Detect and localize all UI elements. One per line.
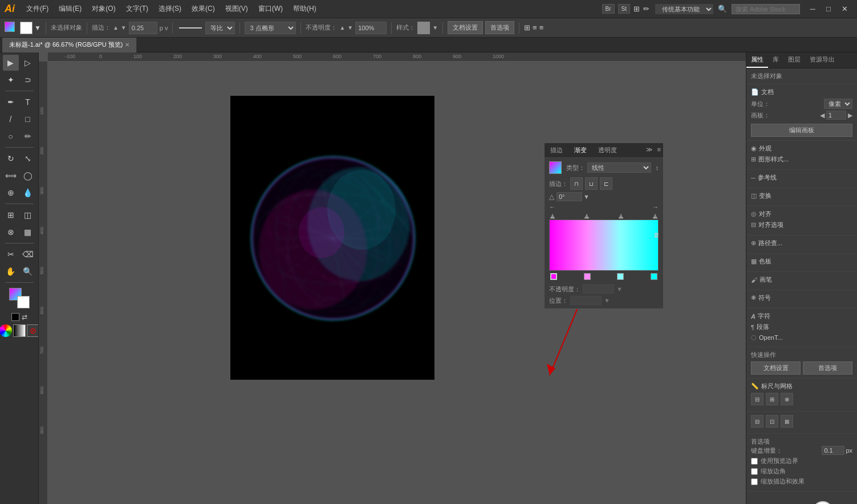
maximize-button[interactable]: □ xyxy=(821,1,836,17)
scale-stroke-checkbox[interactable] xyxy=(751,478,758,485)
lasso-tool[interactable]: ⊃ xyxy=(20,72,36,88)
workspace-selector[interactable]: 传统基本功能 xyxy=(655,4,713,14)
selection-tool[interactable]: ▶ xyxy=(3,55,19,71)
align-options-header[interactable]: ⊟ 对齐选项 xyxy=(751,221,852,229)
minimize-button[interactable]: ─ xyxy=(805,1,821,17)
rect-tool[interactable]: □ xyxy=(20,111,36,127)
grid-icon[interactable]: ⊞ xyxy=(633,5,640,13)
zoom-tool[interactable]: 🔍 xyxy=(20,263,36,279)
color-options-icon[interactable]: ▼ xyxy=(34,24,41,32)
gradient-header[interactable]: ◫ 变换 xyxy=(751,192,852,200)
delete-stop-icon[interactable]: 🗑 xyxy=(653,231,660,238)
library-tab[interactable]: 库 xyxy=(768,52,783,68)
canvas[interactable]: 描边 渐变 透明度 ≫ ≡ 类型： 线性 xyxy=(48,62,746,504)
search-input[interactable] xyxy=(732,4,800,14)
opent-header[interactable]: ◌ OpenT... xyxy=(751,334,852,341)
rotate-tool[interactable]: ↻ xyxy=(3,151,19,166)
stroke-color-swatch[interactable] xyxy=(20,22,33,34)
fill-color-swatch[interactable] xyxy=(3,21,18,35)
gradient-tab[interactable]: 渐变 xyxy=(568,143,592,157)
down-arrow-icon2[interactable]: ▼ xyxy=(347,25,353,31)
stroke-header[interactable]: ─ 参考线 xyxy=(751,173,852,182)
brush-header[interactable]: 🖌 画笔 xyxy=(751,275,852,284)
gradient-mode-icon[interactable] xyxy=(13,324,26,337)
opacity-dropdown[interactable]: ▼ xyxy=(616,286,623,292)
color-stop-3[interactable] xyxy=(617,273,624,280)
menu-edit[interactable]: 编辑(E) xyxy=(54,2,86,16)
close-button[interactable]: ✕ xyxy=(836,1,852,17)
scale-tool[interactable]: ⤡ xyxy=(20,151,36,166)
menu-view[interactable]: 视图(V) xyxy=(221,2,253,16)
color-mode-icon[interactable] xyxy=(0,324,12,337)
char-header[interactable]: A 字符 xyxy=(751,312,852,320)
ellipse-tool[interactable]: ○ xyxy=(3,128,19,144)
pen-tool[interactable]: ✒ xyxy=(3,94,19,110)
gradient-arrow-left[interactable]: ← xyxy=(549,204,555,210)
guide-icon-btn-3[interactable]: ⊠ xyxy=(781,415,793,428)
preferences-button[interactable]: 首选项 xyxy=(485,21,514,34)
export-tab[interactable]: 资源导出 xyxy=(805,52,839,68)
doc-settings-button[interactable]: 文档设置 xyxy=(448,21,483,34)
stroke-swatch[interactable] xyxy=(17,296,30,308)
style-dropdown-icon[interactable]: ▼ xyxy=(432,25,438,31)
none-mode-icon[interactable]: ⊘ xyxy=(27,324,39,337)
appearance-header[interactable]: ◉ 外观 xyxy=(751,144,852,153)
ruler-icon-btn-3[interactable]: ⊗ xyxy=(781,393,793,405)
warp-tool[interactable]: ◯ xyxy=(20,168,36,184)
layers-tab[interactable]: 图层 xyxy=(783,52,805,68)
stroke-type-line[interactable] xyxy=(179,27,202,29)
menu-select[interactable]: 选择(S) xyxy=(154,2,186,16)
canvas-number-input[interactable] xyxy=(826,111,846,120)
point-type-select[interactable]: 3 点椭形 xyxy=(245,22,296,34)
unit-select[interactable]: 像素 xyxy=(824,99,852,109)
color-stop-2[interactable] xyxy=(584,273,591,280)
line-tool[interactable]: / xyxy=(3,111,19,127)
active-tab[interactable]: 未标题-1.ai* @ 66.67% (RGB/GPU 预览) ✕ xyxy=(2,38,137,52)
keyboard-increment-input[interactable] xyxy=(822,446,844,455)
slice-tool[interactable]: ✂ xyxy=(3,246,19,262)
menu-help[interactable]: 帮助(H) xyxy=(289,2,321,16)
up-arrow-icon2[interactable]: ▲ xyxy=(339,25,345,31)
edit-canvas-button[interactable]: 编辑画板 xyxy=(751,124,852,137)
width-tool[interactable]: ⟺ xyxy=(3,168,19,184)
angle-dropdown-icon[interactable]: ▼ xyxy=(583,193,590,200)
text-tool[interactable]: T xyxy=(20,94,36,110)
stroke-width-input[interactable] xyxy=(129,22,157,34)
para-header[interactable]: ¶ 段落 xyxy=(751,323,852,331)
transparency-header[interactable]: ◎ 对齐 xyxy=(751,210,852,218)
graphic-style-header[interactable]: ⊞ 图形样式... xyxy=(751,155,852,164)
gradient-type-select[interactable]: 线性 xyxy=(587,162,651,173)
opacity-input[interactable] xyxy=(355,22,387,34)
style-swatch[interactable] xyxy=(417,22,430,34)
hand-tool[interactable]: ✋ xyxy=(3,263,19,279)
shape-builder-tool[interactable]: ⊗ xyxy=(3,224,19,240)
direct-selection-tool[interactable]: ▷ xyxy=(20,55,36,71)
tab-close-icon[interactable]: ✕ xyxy=(125,42,129,48)
quick-preferences-button[interactable]: 首选项 xyxy=(803,361,852,375)
menu-object[interactable]: 对象(O) xyxy=(87,2,120,16)
menu-type[interactable]: 文字(T) xyxy=(121,2,153,16)
opacity-value-input[interactable] xyxy=(583,284,614,294)
more-icon[interactable]: ≡ xyxy=(539,23,544,32)
up-arrow-icon[interactable]: ▲ xyxy=(113,25,119,31)
panel-options-icon[interactable]: ≡ xyxy=(655,143,663,157)
stroke-tab[interactable]: 描边 xyxy=(545,143,568,157)
stroke-center-icon[interactable]: ⊔ xyxy=(585,177,598,190)
transparency-tab[interactable]: 透明度 xyxy=(592,143,623,157)
pencil-tool[interactable]: ✏ xyxy=(20,128,36,144)
ruler-icon-btn-1[interactable]: ⊟ xyxy=(751,393,763,405)
stop-marker-2[interactable] xyxy=(584,214,589,218)
location-value-input[interactable] xyxy=(570,296,602,305)
gradient-type-swatch[interactable] xyxy=(549,161,562,174)
bridge-icon[interactable]: Br xyxy=(602,4,615,14)
swap-colors-icon[interactable]: ⇄ xyxy=(22,313,27,321)
menu-effect[interactable]: 效果(C) xyxy=(187,2,220,16)
blend-tool[interactable]: ⊕ xyxy=(3,185,19,201)
default-colors-icon[interactable] xyxy=(11,313,19,321)
stop-marker-3[interactable] xyxy=(619,214,623,218)
gradient-tool[interactable]: ◫ xyxy=(20,207,36,223)
guide-icon-btn-1[interactable]: ⊟ xyxy=(751,415,763,428)
reverse-icon[interactable]: ↕ xyxy=(656,164,659,171)
angle-input[interactable] xyxy=(557,192,582,201)
stock-icon[interactable]: St xyxy=(618,4,630,14)
